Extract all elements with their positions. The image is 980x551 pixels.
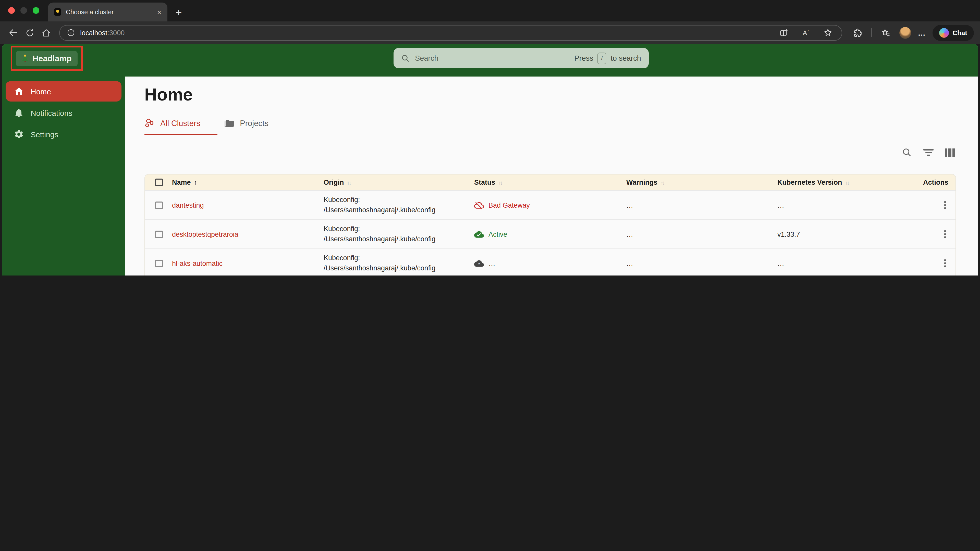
cluster-name-link[interactable]: desktoptestqpetraroia xyxy=(172,230,239,238)
origin-label: Kubeconfig: xyxy=(324,224,473,234)
hint-suffix: to search xyxy=(611,54,641,62)
global-search-input[interactable]: Search Press / to search xyxy=(393,48,649,68)
select-cell xyxy=(145,230,170,238)
copilot-icon xyxy=(939,28,949,38)
warnings-cell: … xyxy=(625,259,776,267)
split-screen-icon[interactable] xyxy=(777,25,791,40)
read-aloud-icon[interactable]: Aʾ xyxy=(799,25,813,40)
table-search-icon[interactable] xyxy=(901,146,913,159)
url-port: :3000 xyxy=(107,29,125,37)
close-window-button[interactable] xyxy=(8,7,15,14)
logo-highlight-annotation: Headlamp xyxy=(11,46,83,71)
origin-path: /Users/santhoshnagaraj/.kube/config xyxy=(324,263,473,274)
cloud-off-icon xyxy=(474,200,484,210)
version-cell: … xyxy=(776,259,927,267)
sort-icon[interactable]: ↑↓ xyxy=(347,179,351,186)
headlamp-header: Headlamp Search Press / to search xyxy=(2,44,978,76)
origin-label: Kubeconfig: xyxy=(324,253,473,264)
status-text: Bad Gateway xyxy=(488,201,530,209)
profile-avatar[interactable] xyxy=(899,27,911,38)
browser-toolbar-right: … Chat xyxy=(850,25,974,41)
view-tabs: All Clusters Projects xyxy=(145,118,956,135)
row-menu-icon[interactable] xyxy=(943,229,947,239)
row-menu-icon[interactable] xyxy=(943,259,947,268)
select-cell xyxy=(145,201,170,209)
sort-icon[interactable]: ↑↓ xyxy=(498,179,502,186)
search-icon xyxy=(401,54,410,62)
sidebar-item-label: Home xyxy=(30,87,51,96)
app-body: Home Notifications Settings ‹ Home xyxy=(2,76,978,275)
headlamp-logo-button[interactable]: Headlamp xyxy=(16,51,78,66)
sort-icon[interactable]: ↑↓ xyxy=(845,179,849,186)
browser-tab[interactable]: Choose a cluster × xyxy=(48,3,167,21)
filter-icon[interactable] xyxy=(922,146,935,159)
status-cell: ? … xyxy=(473,259,625,268)
home-browser-icon[interactable] xyxy=(39,25,53,40)
warnings-cell: … xyxy=(625,201,776,209)
screen: Choose a cluster × + localhost:3000 xyxy=(0,0,980,275)
chat-label: Chat xyxy=(953,29,967,37)
hint-prefix: Press xyxy=(574,54,593,62)
url-text: localhost:3000 xyxy=(80,29,124,37)
sidebar-item-label: Settings xyxy=(30,130,58,138)
version-cell: … xyxy=(776,201,927,209)
column-label: Status xyxy=(474,179,495,186)
refresh-icon[interactable] xyxy=(22,25,37,40)
new-tab-button[interactable]: + xyxy=(176,7,182,18)
headlamp-page: Headlamp Search Press / to search Home xyxy=(2,44,978,275)
tab-all-clusters[interactable]: All Clusters xyxy=(145,118,218,135)
select-all-checkbox[interactable] xyxy=(155,179,163,186)
traffic-lights xyxy=(8,7,39,14)
zoom-window-button[interactable] xyxy=(33,7,39,14)
select-all-cell xyxy=(145,179,170,186)
column-header-actions: Actions xyxy=(927,179,956,186)
tab-label: Projects xyxy=(240,119,269,128)
row-checkbox[interactable] xyxy=(155,259,163,267)
cluster-name-link[interactable]: dantesting xyxy=(172,201,204,209)
cluster-name-link[interactable]: hl-aks-automatic xyxy=(172,259,223,267)
sort-icon[interactable]: ↑↓ xyxy=(660,179,664,186)
minimize-window-button[interactable] xyxy=(21,7,27,14)
column-header-warnings[interactable]: Warnings ↑↓ xyxy=(625,179,776,186)
clusters-table: Name ↑ Origin ↑↓ Status ↑↓ Warnings xyxy=(145,174,956,275)
tab-projects[interactable]: Projects xyxy=(224,118,269,135)
slash-keycap: / xyxy=(597,52,607,64)
cloud-done-icon xyxy=(474,229,484,239)
copilot-chat-button[interactable]: Chat xyxy=(932,25,974,41)
column-header-version[interactable]: Kubernetes Version ↑↓ xyxy=(776,179,927,186)
sort-ascending-icon[interactable]: ↑ xyxy=(194,179,197,186)
url-bar[interactable]: localhost:3000 Aʾ xyxy=(59,25,842,41)
column-header-name[interactable]: Name ↑ xyxy=(170,179,322,186)
actions-cell xyxy=(927,229,956,239)
site-info-icon[interactable] xyxy=(66,28,76,37)
close-tab-icon[interactable]: × xyxy=(157,8,161,16)
column-settings-icon[interactable] xyxy=(944,146,956,159)
tab-title: Choose a cluster xyxy=(66,8,153,16)
collections-icon[interactable] xyxy=(878,25,893,40)
origin-path: /Users/santhoshnagaraj/.kube/config xyxy=(324,234,473,245)
sidebar-item-settings[interactable]: Settings xyxy=(6,124,121,144)
back-icon[interactable] xyxy=(6,25,21,40)
sidebar-item-home[interactable]: Home xyxy=(6,81,121,102)
favorite-star-icon[interactable] xyxy=(821,25,835,40)
table-row[interactable]: desktoptestqpetraroia Kubeconfig: /Users… xyxy=(145,219,956,248)
row-checkbox[interactable] xyxy=(155,230,163,238)
extensions-icon[interactable] xyxy=(850,25,865,40)
sidebar-item-notifications[interactable]: Notifications xyxy=(6,103,121,123)
page-title: Home xyxy=(145,76,978,105)
table-row[interactable]: hl-aks-automatic Kubeconfig: /Users/sant… xyxy=(145,248,956,275)
column-header-status[interactable]: Status ↑↓ xyxy=(473,179,625,186)
browser-menu-icon[interactable]: … xyxy=(918,28,926,37)
column-header-origin[interactable]: Origin ↑↓ xyxy=(322,179,473,186)
tab-label: All Clusters xyxy=(160,119,200,128)
row-checkbox[interactable] xyxy=(155,201,163,209)
svg-text:?: ? xyxy=(478,262,480,266)
browser-tab-strip: Choose a cluster × + xyxy=(0,0,980,21)
table-row[interactable]: dantesting Kubeconfig: /Users/santhoshna… xyxy=(145,190,956,219)
column-label: Origin xyxy=(324,179,344,186)
origin-label: Kubeconfig: xyxy=(324,195,473,205)
origin-cell: Kubeconfig: /Users/santhoshnagaraj/.kube… xyxy=(322,195,473,216)
origin-cell: Kubeconfig: /Users/santhoshnagaraj/.kube… xyxy=(322,224,473,245)
main-content: Home All Clusters xyxy=(125,76,978,275)
row-menu-icon[interactable] xyxy=(943,200,947,210)
